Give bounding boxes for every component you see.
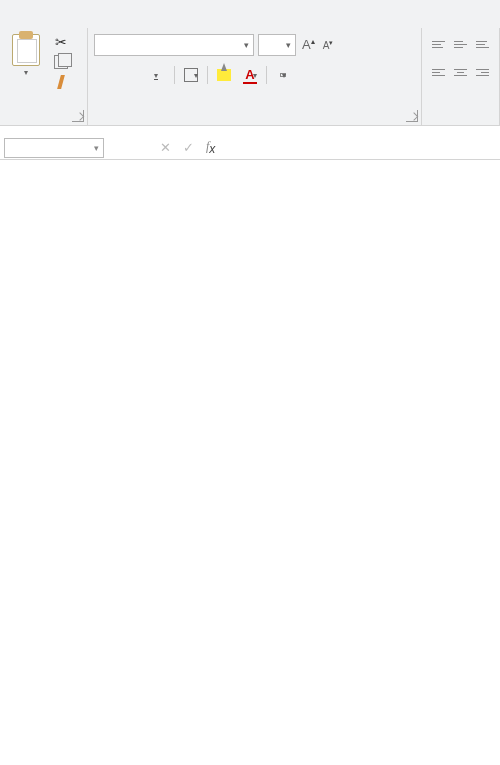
name-box[interactable] bbox=[4, 138, 104, 158]
clipboard-icon bbox=[12, 34, 40, 66]
ribbon-tabs bbox=[0, 0, 500, 28]
font-group: A▴ A▾ ▾ ▾ ▾ A▾ ▾ bbox=[88, 28, 422, 125]
phonetic-button[interactable]: ▾ bbox=[271, 64, 295, 86]
enter-icon[interactable]: ✓ bbox=[177, 140, 200, 155]
align-middle-button[interactable] bbox=[450, 34, 471, 54]
copy-icon bbox=[54, 55, 68, 69]
align-top-button[interactable] bbox=[428, 34, 449, 54]
ribbon: ▾ ✂ A▴ A▾ ▾ bbox=[0, 0, 500, 126]
increase-font-button[interactable]: A▴ bbox=[300, 37, 317, 52]
underline-button[interactable]: ▾ bbox=[146, 64, 170, 86]
fill-color-button[interactable]: ▾ bbox=[212, 64, 236, 86]
paste-button[interactable]: ▾ bbox=[6, 32, 46, 90]
align-left-button[interactable] bbox=[428, 62, 449, 82]
align-right-button[interactable] bbox=[472, 62, 493, 82]
font-name-select[interactable] bbox=[94, 34, 254, 56]
bold-button[interactable] bbox=[94, 64, 118, 86]
font-group-label bbox=[94, 119, 415, 123]
copy-button[interactable] bbox=[52, 54, 70, 70]
scissors-icon: ✂ bbox=[55, 34, 67, 50]
brush-icon bbox=[57, 75, 65, 89]
align-bottom-button[interactable] bbox=[472, 34, 493, 54]
italic-button[interactable] bbox=[120, 64, 144, 86]
bucket-icon bbox=[217, 69, 231, 81]
formula-bar: ✕ ✓ fx bbox=[0, 136, 500, 160]
clipboard-group: ▾ ✂ bbox=[0, 28, 88, 125]
font-size-select[interactable] bbox=[258, 34, 296, 56]
align-center-button[interactable] bbox=[450, 62, 471, 82]
clipboard-launcher[interactable] bbox=[72, 110, 84, 122]
cancel-icon[interactable]: ✕ bbox=[154, 140, 177, 155]
font-launcher[interactable] bbox=[406, 110, 418, 122]
border-button[interactable]: ▾ bbox=[179, 64, 203, 86]
clipboard-group-label bbox=[6, 119, 81, 123]
ribbon-body: ▾ ✂ A▴ A▾ ▾ bbox=[0, 28, 500, 126]
font-color-button[interactable]: A▾ bbox=[238, 64, 262, 86]
format-painter-button[interactable] bbox=[52, 74, 70, 90]
align-group bbox=[422, 28, 500, 125]
decrease-font-button[interactable]: A▾ bbox=[321, 39, 336, 51]
cut-button[interactable]: ✂ bbox=[52, 34, 70, 50]
fx-icon[interactable]: fx bbox=[200, 139, 221, 156]
